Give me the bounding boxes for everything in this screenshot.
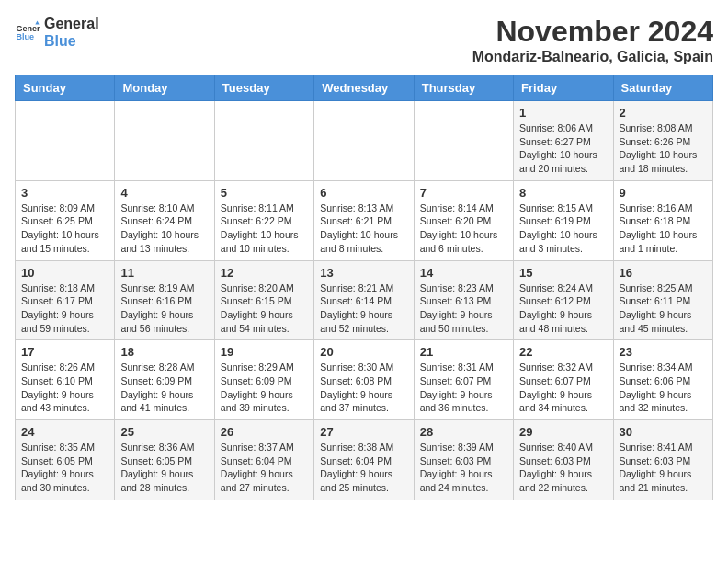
day-info: Sunrise: 8:32 AM Sunset: 6:07 PM Dayligh… [519,361,607,415]
calendar-cell [314,101,414,181]
calendar-cell: 12Sunrise: 8:20 AM Sunset: 6:15 PM Dayli… [214,260,313,340]
location: Mondariz-Balneario, Galicia, Spain [472,49,713,65]
day-info: Sunrise: 8:14 AM Sunset: 6:20 PM Dayligh… [420,201,507,256]
day-number: 26 [221,425,308,439]
day-number: 14 [420,266,507,280]
page-header: General Blue General Blue November 2024 … [15,15,713,65]
day-info: Sunrise: 8:16 AM Sunset: 6:18 PM Dayligh… [620,201,707,256]
calendar-cell [16,101,115,181]
day-number: 11 [120,266,208,280]
calendar-cell: 23Sunrise: 8:34 AM Sunset: 6:06 PM Dayli… [613,340,712,420]
day-number: 13 [320,266,407,280]
calendar-cell: 28Sunrise: 8:39 AM Sunset: 6:03 PM Dayli… [414,420,513,500]
day-number: 18 [120,345,208,359]
day-info: Sunrise: 8:06 AM Sunset: 6:27 PM Dayligh… [519,121,607,176]
calendar-cell: 7Sunrise: 8:14 AM Sunset: 6:20 PM Daylig… [414,180,513,260]
month-title: November 2024 [472,15,713,49]
day-number: 3 [21,186,108,200]
day-number: 24 [21,425,108,439]
day-info: Sunrise: 8:40 AM Sunset: 6:03 PM Dayligh… [519,441,607,495]
day-info: Sunrise: 8:24 AM Sunset: 6:12 PM Dayligh… [519,282,607,336]
calendar-cell: 29Sunrise: 8:40 AM Sunset: 6:03 PM Dayli… [514,420,613,500]
calendar-cell: 26Sunrise: 8:37 AM Sunset: 6:04 PM Dayli… [214,420,313,500]
calendar-cell: 9Sunrise: 8:16 AM Sunset: 6:18 PM Daylig… [613,180,712,260]
day-info: Sunrise: 8:11 AM Sunset: 6:22 PM Dayligh… [221,201,308,256]
calendar-week-1: 3Sunrise: 8:09 AM Sunset: 6:25 PM Daylig… [16,180,713,260]
calendar-cell [115,101,214,181]
calendar-cell: 1Sunrise: 8:06 AM Sunset: 6:27 PM Daylig… [514,101,613,181]
calendar-cell: 17Sunrise: 8:26 AM Sunset: 6:10 PM Dayli… [16,340,115,420]
calendar-cell [414,101,513,181]
day-number: 2 [620,106,707,120]
day-number: 6 [320,186,407,200]
day-info: Sunrise: 8:25 AM Sunset: 6:11 PM Dayligh… [620,282,707,336]
calendar-table: Sunday Monday Tuesday Wednesday Thursday… [15,75,713,500]
calendar-cell: 10Sunrise: 8:18 AM Sunset: 6:17 PM Dayli… [16,260,115,340]
calendar-cell: 15Sunrise: 8:24 AM Sunset: 6:12 PM Dayli… [514,260,613,340]
day-info: Sunrise: 8:39 AM Sunset: 6:03 PM Dayligh… [420,441,507,495]
calendar-week-0: 1Sunrise: 8:06 AM Sunset: 6:27 PM Daylig… [16,101,713,181]
calendar-cell: 11Sunrise: 8:19 AM Sunset: 6:16 PM Dayli… [115,260,214,340]
day-number: 4 [120,186,208,200]
day-number: 27 [320,425,407,439]
day-number: 22 [519,345,607,359]
day-number: 5 [221,186,308,200]
day-info: Sunrise: 8:10 AM Sunset: 6:24 PM Dayligh… [120,201,208,256]
day-info: Sunrise: 8:30 AM Sunset: 6:08 PM Dayligh… [320,361,407,415]
day-info: Sunrise: 8:08 AM Sunset: 6:26 PM Dayligh… [620,121,707,176]
day-info: Sunrise: 8:21 AM Sunset: 6:14 PM Dayligh… [320,282,407,336]
header-tuesday: Tuesday [214,75,313,101]
day-number: 19 [221,345,308,359]
day-info: Sunrise: 8:31 AM Sunset: 6:07 PM Dayligh… [420,361,507,415]
day-number: 15 [519,266,607,280]
day-number: 29 [519,425,607,439]
day-info: Sunrise: 8:15 AM Sunset: 6:19 PM Dayligh… [519,201,607,256]
day-number: 30 [620,425,707,439]
calendar-cell: 30Sunrise: 8:41 AM Sunset: 6:03 PM Dayli… [613,420,712,500]
header-sunday: Sunday [16,75,115,101]
day-info: Sunrise: 8:13 AM Sunset: 6:21 PM Dayligh… [320,201,407,256]
calendar-cell: 4Sunrise: 8:10 AM Sunset: 6:24 PM Daylig… [115,180,214,260]
header-monday: Monday [115,75,214,101]
calendar-cell: 14Sunrise: 8:23 AM Sunset: 6:13 PM Dayli… [414,260,513,340]
day-info: Sunrise: 8:19 AM Sunset: 6:16 PM Dayligh… [120,282,208,336]
logo-icon: General Blue [15,19,40,45]
day-number: 21 [420,345,507,359]
day-number: 16 [620,266,707,280]
svg-marker-2 [35,21,39,25]
calendar-cell: 21Sunrise: 8:31 AM Sunset: 6:07 PM Dayli… [414,340,513,420]
day-number: 28 [420,425,507,439]
day-info: Sunrise: 8:20 AM Sunset: 6:15 PM Dayligh… [221,282,308,336]
calendar-cell: 22Sunrise: 8:32 AM Sunset: 6:07 PM Dayli… [514,340,613,420]
calendar-cell: 3Sunrise: 8:09 AM Sunset: 6:25 PM Daylig… [16,180,115,260]
title-area: November 2024 Mondariz-Balneario, Galici… [472,15,713,65]
header-saturday: Saturday [613,75,712,101]
header-thursday: Thursday [414,75,513,101]
day-info: Sunrise: 8:34 AM Sunset: 6:06 PM Dayligh… [620,361,707,415]
calendar-cell: 5Sunrise: 8:11 AM Sunset: 6:22 PM Daylig… [214,180,313,260]
logo: General Blue General Blue [15,15,99,50]
calendar-cell: 20Sunrise: 8:30 AM Sunset: 6:08 PM Dayli… [314,340,414,420]
calendar-cell: 25Sunrise: 8:36 AM Sunset: 6:05 PM Dayli… [115,420,214,500]
day-number: 9 [620,186,707,200]
calendar-cell: 8Sunrise: 8:15 AM Sunset: 6:19 PM Daylig… [514,180,613,260]
day-number: 17 [21,345,108,359]
day-info: Sunrise: 8:09 AM Sunset: 6:25 PM Dayligh… [21,201,108,256]
logo-line2: Blue [44,32,99,50]
day-info: Sunrise: 8:18 AM Sunset: 6:17 PM Dayligh… [21,282,108,336]
day-number: 25 [120,425,208,439]
calendar-week-4: 24Sunrise: 8:35 AM Sunset: 6:05 PM Dayli… [16,420,713,500]
day-info: Sunrise: 8:37 AM Sunset: 6:04 PM Dayligh… [221,441,308,495]
calendar-week-3: 17Sunrise: 8:26 AM Sunset: 6:10 PM Dayli… [16,340,713,420]
calendar-cell: 27Sunrise: 8:38 AM Sunset: 6:04 PM Dayli… [314,420,414,500]
logo-line1: General [44,15,99,32]
day-number: 8 [519,186,607,200]
calendar-week-2: 10Sunrise: 8:18 AM Sunset: 6:17 PM Dayli… [16,260,713,340]
calendar-cell: 6Sunrise: 8:13 AM Sunset: 6:21 PM Daylig… [314,180,414,260]
day-info: Sunrise: 8:38 AM Sunset: 6:04 PM Dayligh… [320,441,407,495]
day-info: Sunrise: 8:23 AM Sunset: 6:13 PM Dayligh… [420,282,507,336]
day-number: 23 [620,345,707,359]
calendar-cell: 13Sunrise: 8:21 AM Sunset: 6:14 PM Dayli… [314,260,414,340]
day-number: 10 [21,266,108,280]
day-number: 20 [320,345,407,359]
